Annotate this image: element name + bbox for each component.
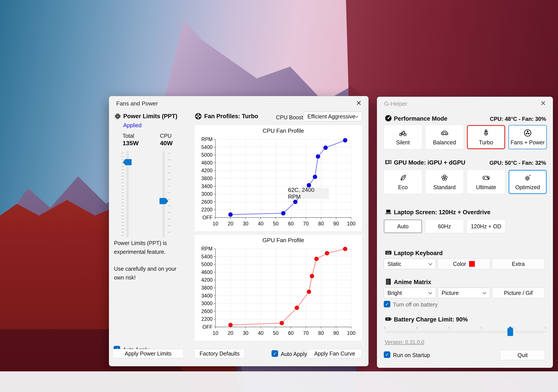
keyboard-mode-dropdown[interactable]: Static xyxy=(384,259,436,269)
battery-charge-limit-heading: Battery Charge Limit: 90% xyxy=(394,316,468,323)
apply-fan-curve-button[interactable]: Apply Fan Curve xyxy=(308,349,362,358)
rocket-icon xyxy=(482,129,490,137)
fan-profiles-heading: Fan Profiles: Turbo xyxy=(204,113,258,120)
cpu-label: CPU xyxy=(160,133,172,139)
svg-text:20: 20 xyxy=(228,330,234,336)
optimized-icon xyxy=(523,174,532,182)
fans-window-close-button[interactable]: × xyxy=(356,99,361,107)
fans-and-power-window: Fans and Power × Power Limits (PPT) Appl… xyxy=(109,96,368,366)
power-limits-status: Applied xyxy=(123,122,141,129)
svg-text:4600: 4600 xyxy=(201,269,213,275)
bicycle-icon xyxy=(399,129,407,137)
fan-icon xyxy=(194,112,202,120)
cpu-value: 40W xyxy=(160,140,173,147)
svg-text:OFF: OFF xyxy=(202,215,213,220)
color-swatch xyxy=(469,261,475,267)
fan-auto-apply-checkbox[interactable]: ✓ xyxy=(271,350,278,357)
perf-mode-fans-power-button[interactable]: Fans + Power xyxy=(508,125,547,149)
keyboard-color-button[interactable]: Color xyxy=(438,259,490,269)
perf-mode-balanced-button[interactable]: Balanced xyxy=(425,125,464,149)
svg-text:3400: 3400 xyxy=(201,183,213,189)
ghelper-window-close-button[interactable]: × xyxy=(541,99,546,108)
version-link[interactable]: Version: 0.31.0.0 xyxy=(385,339,424,345)
cpu-temp-status: CPU: 48°C - Fan: 30% xyxy=(490,116,546,122)
power-limits-heading: Power Limits (PPT) xyxy=(123,113,177,120)
keyboard-icon xyxy=(385,249,392,256)
screen-mode-60hz-button[interactable]: 60Hz xyxy=(425,219,464,233)
matrix-battery-checkbox[interactable]: ✓ xyxy=(384,301,390,307)
matrix-running-value: Picture xyxy=(442,290,459,296)
svg-text:50: 50 xyxy=(273,221,279,226)
gpu-mode-standard-button[interactable]: Standard xyxy=(425,170,464,194)
apply-power-limits-button[interactable]: Apply Power Limits xyxy=(113,349,184,358)
svg-text:5400: 5400 xyxy=(201,144,213,150)
svg-text:80: 80 xyxy=(318,330,324,336)
perf-mode-turbo-button[interactable]: Turbo xyxy=(467,125,505,149)
svg-text:RPM: RPM xyxy=(201,246,213,252)
svg-text:4200: 4200 xyxy=(201,168,213,173)
cpu-fan-chart-card: 102030405060708090100OFF2200260030003400… xyxy=(194,125,362,231)
cpu-boost-dropdown[interactable]: Efficient Aggressive xyxy=(304,112,362,121)
svg-text:10: 10 xyxy=(213,221,218,226)
gpu-temp-status: GPU: 50°C - Fan: 32% xyxy=(489,160,546,166)
svg-text:2600: 2600 xyxy=(201,199,213,205)
svg-text:100: 100 xyxy=(347,221,355,226)
fan-icon xyxy=(523,129,532,137)
quit-button[interactable]: Quit xyxy=(500,350,545,360)
matrix-picture-gif-button[interactable]: Picture / Gif xyxy=(492,288,544,298)
power-limits-warning-2: Use carefully and on your own risk! xyxy=(114,264,180,282)
svg-text:2600: 2600 xyxy=(201,309,213,314)
gpu-fan-chart[interactable]: 102030405060708090100OFF2200260030003400… xyxy=(194,235,362,341)
battery-slider-track[interactable] xyxy=(385,331,546,333)
gpu-mode-eco-button[interactable]: Eco xyxy=(384,170,422,194)
svg-text:5000: 5000 xyxy=(201,152,213,158)
svg-text:30: 30 xyxy=(243,330,248,336)
flower-icon xyxy=(440,174,449,182)
screen-mode-120hz-od-button[interactable]: 120Hz + OD xyxy=(467,219,505,233)
perf-mode-silent-button[interactable]: Silent xyxy=(384,125,422,149)
run-on-startup-label: Run on Startup xyxy=(393,352,430,358)
svg-text:10: 10 xyxy=(213,330,218,336)
svg-text:90: 90 xyxy=(333,221,339,226)
total-label: Total xyxy=(122,133,134,139)
gpu-mode-ultimate-button[interactable]: Ultimate xyxy=(467,170,505,194)
keyboard-extra-button[interactable]: Extra xyxy=(492,259,544,269)
matrix-running-dropdown[interactable]: Picture xyxy=(438,288,490,298)
matrix-battery-label: Turn off on battery xyxy=(393,301,438,308)
cpu-slider-track[interactable] xyxy=(163,151,165,237)
total-value: 135W xyxy=(122,140,139,147)
cpu-boost-value: Efficient Aggressive xyxy=(307,113,355,120)
total-slider-handle[interactable] xyxy=(123,159,131,165)
run-on-startup-checkbox[interactable]: ✓ xyxy=(384,351,390,358)
power-limits-warning-1: Power Limits (PPT) is experimental featu… xyxy=(114,239,184,256)
gpu-card-icon xyxy=(385,158,392,166)
battery-icon xyxy=(385,315,392,323)
matrix-brightness-value: Bright xyxy=(387,290,402,296)
gpu-fan-chart-card: 102030405060708090100OFF2200260030003400… xyxy=(194,235,362,341)
cpu-fan-chart[interactable]: 102030405060708090100OFF2200260030003400… xyxy=(194,125,362,231)
keyboard-mode-value: Static xyxy=(387,261,401,267)
performance-gauge-icon xyxy=(385,115,392,122)
cpu-chip-icon xyxy=(114,112,122,120)
ghelper-window-title: G-Helper xyxy=(384,100,407,107)
cpu-slider-ticks xyxy=(168,153,170,237)
svg-text:5400: 5400 xyxy=(201,254,213,259)
gpu-mode-heading: GPU Mode: iGPU + dGPU xyxy=(394,159,465,166)
svg-text:100: 100 xyxy=(347,330,355,336)
svg-text:3800: 3800 xyxy=(201,175,213,181)
car-icon xyxy=(440,129,449,137)
svg-text:GPU Fan Profile: GPU Fan Profile xyxy=(262,237,304,243)
svg-text:30: 30 xyxy=(243,221,248,226)
svg-text:RPM: RPM xyxy=(201,136,213,142)
factory-defaults-button[interactable]: Factory Defaults xyxy=(194,349,245,358)
anime-matrix-heading: Anime Matrix xyxy=(394,279,431,286)
anime-matrix-icon xyxy=(385,278,392,285)
svg-text:40: 40 xyxy=(258,330,264,336)
cpu-slider-handle[interactable] xyxy=(159,198,168,204)
screen-mode-auto-button[interactable]: Auto xyxy=(384,219,422,233)
gpu-mode-optimized-button[interactable]: Optimized xyxy=(508,170,547,194)
matrix-brightness-dropdown[interactable]: Bright xyxy=(384,288,436,298)
svg-text:70: 70 xyxy=(303,330,309,336)
svg-text:5000: 5000 xyxy=(201,261,213,267)
svg-text:70: 70 xyxy=(303,221,309,226)
